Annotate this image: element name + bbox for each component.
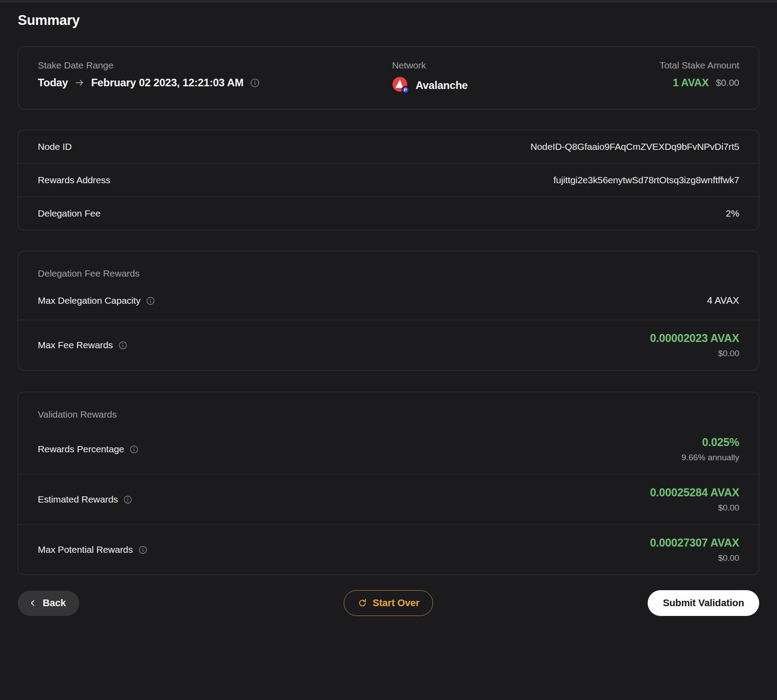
node-details-card: Node ID NodeID-Q8Gfaaio9FAqCmZVEXDq9bFvN… <box>18 130 759 230</box>
start-over-button[interactable]: Start Over <box>344 590 433 616</box>
back-button[interactable]: Back <box>18 591 79 616</box>
info-icon[interactable] <box>138 545 148 555</box>
max-potential-rewards-value: 0.00027307 AVAX <box>650 536 739 549</box>
rewards-address-label: Rewards Address <box>38 175 110 185</box>
delegation-fee-rewards-card: Delegation Fee Rewards Max Delegation Ca… <box>18 251 759 370</box>
stake-date-to: February 02 2023, 12:21:03 AM <box>91 76 244 89</box>
delegation-fee-rewards-title: Delegation Fee Rewards <box>18 251 759 282</box>
start-over-button-label: Start Over <box>372 597 419 609</box>
stake-date-range-label: Stake Date Range <box>38 60 392 71</box>
rewards-percentage-label: Rewards Percentage <box>38 444 124 455</box>
node-id-value: NodeID-Q8Gfaaio9FAqCmZVEXDq9bFvNPvDi7rt5 <box>530 141 739 152</box>
total-stake-section: Total Stake Amount 1 AVAX $0.00 <box>660 60 739 89</box>
validation-rewards-card: Validation Rewards Rewards Percentage 0.… <box>18 392 759 575</box>
table-row-node-id: Node ID NodeID-Q8Gfaaio9FAqCmZVEXDq9bFvN… <box>18 130 759 163</box>
top-divider-strip <box>0 0 777 3</box>
stake-summary-card: Stake Date Range Today February 02 2023,… <box>18 46 759 109</box>
stake-date-range-section: Stake Date Range Today February 02 2023,… <box>38 60 392 89</box>
summary-page: Summary Stake Date Range Today February … <box>0 0 777 700</box>
max-delegation-capacity-label: Max Delegation Capacity <box>38 295 140 306</box>
estimated-rewards-value: 0.00025284 AVAX <box>650 486 739 499</box>
max-fee-rewards-value: 0.00002023 AVAX <box>650 332 739 345</box>
action-bar: Back Start Over Submit Validation <box>18 590 759 616</box>
back-button-label: Back <box>43 597 66 609</box>
row-max-fee-rewards: Max Fee Rewards 0.00002023 AVAX $0.00 <box>18 320 759 370</box>
max-delegation-capacity-value: 4 AVAX <box>707 295 739 306</box>
chevron-left-icon <box>28 599 37 607</box>
row-rewards-percentage: Rewards Percentage 0.025% 9.66% annually <box>18 422 759 474</box>
max-potential-rewards-usd: $0.00 <box>718 553 739 563</box>
row-estimated-rewards: Estimated Rewards 0.00025284 AVAX $0.00 <box>18 474 759 524</box>
rewards-address-value: fujittgi2e3k56enytwSd78rtOtsq3izg8wnftff… <box>553 175 739 185</box>
total-stake-usd: $0.00 <box>716 77 739 88</box>
estimated-rewards-label: Estimated Rewards <box>38 494 118 505</box>
max-potential-rewards-label: Max Potential Rewards <box>38 544 133 555</box>
stake-date-from: Today <box>38 76 68 89</box>
info-icon[interactable] <box>146 296 155 306</box>
rewards-percentage-annual: 9.66% annually <box>681 453 739 463</box>
delegation-fee-label: Delegation Fee <box>38 208 100 219</box>
network-section: Network P Avalanche <box>392 60 660 94</box>
arrow-right-icon <box>74 77 85 88</box>
max-fee-rewards-label: Max Fee Rewards <box>38 340 113 350</box>
row-max-potential-rewards: Max Potential Rewards 0.00027307 AVAX $0… <box>18 524 759 575</box>
info-icon[interactable] <box>129 445 139 454</box>
svg-text:P: P <box>404 87 407 92</box>
submit-validation-button-label: Submit Validation <box>663 597 744 609</box>
network-name: Avalanche <box>416 79 468 92</box>
total-stake-amount: 1 AVAX <box>673 76 709 89</box>
validation-rewards-title: Validation Rewards <box>18 392 759 422</box>
max-fee-rewards-usd: $0.00 <box>718 349 739 358</box>
table-row-rewards-address: Rewards Address fujittgi2e3k56enytwSd78r… <box>18 163 759 197</box>
table-row-delegation-fee: Delegation Fee 2% <box>18 197 759 230</box>
delegation-fee-value: 2% <box>726 208 739 219</box>
total-stake-label: Total Stake Amount <box>660 60 739 71</box>
page-title: Summary <box>18 12 759 28</box>
submit-validation-button[interactable]: Submit Validation <box>648 590 759 616</box>
estimated-rewards-usd: $0.00 <box>718 503 739 513</box>
network-label: Network <box>392 60 660 71</box>
rewards-percentage-value: 0.025% <box>702 436 739 449</box>
info-icon[interactable] <box>250 78 260 88</box>
node-id-label: Node ID <box>38 141 72 152</box>
avalanche-network-icon: P <box>392 76 409 94</box>
refresh-icon <box>357 598 367 608</box>
row-max-delegation-capacity: Max Delegation Capacity 4 AVAX <box>18 282 759 320</box>
info-icon[interactable] <box>123 495 132 504</box>
info-icon[interactable] <box>118 341 128 350</box>
